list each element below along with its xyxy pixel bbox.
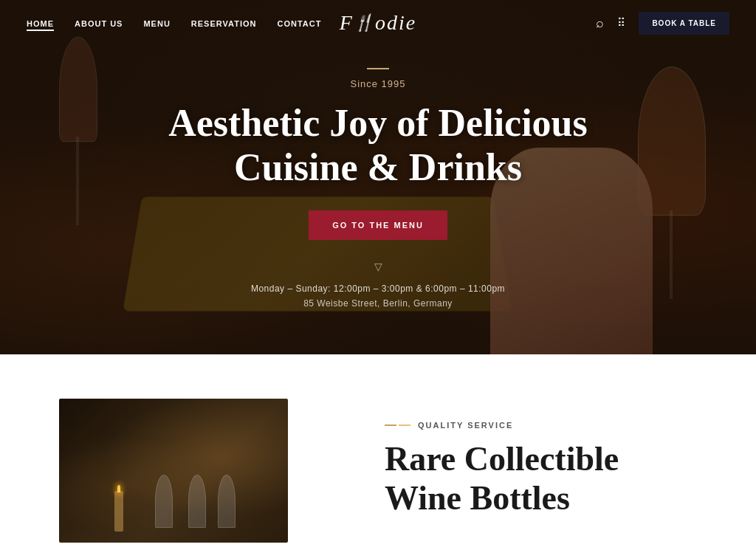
below-fold-section: QUALITY SERVICE Rare Collectible Wine Bo… (0, 354, 756, 550)
restaurant-interior-photo (59, 399, 288, 543)
quality-line-1 (385, 424, 396, 426)
scroll-chevron-icon: ▽ (374, 261, 382, 273)
hero-address-text: 85 Weisbe Street, Berlin, Germany (303, 298, 453, 309)
quality-label-group: QUALITY SERVICE (385, 421, 697, 430)
nav-link-about[interactable]: ABOUT US (75, 19, 123, 28)
photo-glass-1 (155, 475, 173, 528)
main-navigation: HOME ABOUT US MENU RESERVATION CONTACT F… (0, 0, 756, 46)
nav-right-group: ⌕ ⠿ BOOK A TABLE (596, 12, 729, 35)
hero-content: Since 1995 Aesthetic Joy of Delicious Cu… (0, 0, 756, 354)
below-left-column (59, 399, 340, 550)
candle-decoration (114, 491, 123, 532)
nav-item-home[interactable]: HOME (27, 16, 54, 30)
photo-glass-2 (188, 475, 206, 528)
section-title: Rare Collectible Wine Bottles (385, 440, 697, 518)
quality-accent-lines (385, 424, 410, 426)
nav-item-reservation[interactable]: RESERVATION (191, 16, 257, 30)
hero-hours-text: Monday – Sunday: 12:00pm – 3:00pm & 6:00… (251, 283, 505, 294)
nav-item-contact[interactable]: CONTACT (277, 16, 321, 30)
hero-title: Aesthetic Joy of Delicious Cuisine & Dri… (168, 101, 588, 190)
grid-icon[interactable]: ⠿ (617, 16, 625, 30)
hero-title-line1: Aesthetic Joy of Delicious (168, 102, 588, 144)
nav-item-menu[interactable]: MENU (143, 16, 170, 30)
logo-text: F🍴odie (340, 11, 416, 34)
logo-text-rest: odie (375, 11, 416, 34)
site-logo: F🍴odie (340, 11, 416, 35)
section-title-line1: Rare Collectible (385, 440, 619, 478)
nav-link-contact[interactable]: CONTACT (277, 19, 321, 28)
go-to-menu-button[interactable]: GO TO THE MENU (309, 210, 447, 240)
book-table-button[interactable]: BOOK A TABLE (639, 12, 729, 35)
nav-item-about[interactable]: ABOUT US (75, 16, 123, 30)
search-icon[interactable]: ⌕ (596, 16, 604, 31)
hero-divider-line (367, 68, 389, 69)
nav-links: HOME ABOUT US MENU RESERVATION CONTACT (27, 16, 321, 30)
quality-line-2 (399, 424, 410, 426)
hero-since-text: Since 1995 (350, 78, 405, 89)
nav-link-menu[interactable]: MENU (143, 19, 170, 28)
nav-link-reservation[interactable]: RESERVATION (191, 19, 257, 28)
hero-section: HOME ABOUT US MENU RESERVATION CONTACT F… (0, 0, 756, 354)
nav-link-home[interactable]: HOME (27, 19, 54, 31)
below-right-column: QUALITY SERVICE Rare Collectible Wine Bo… (385, 399, 697, 518)
photo-glass-3 (218, 475, 236, 528)
section-title-line2: Wine Bottles (385, 479, 570, 517)
quality-label-text: QUALITY SERVICE (418, 421, 513, 430)
hero-title-line2: Cuisine & Drinks (234, 146, 522, 188)
